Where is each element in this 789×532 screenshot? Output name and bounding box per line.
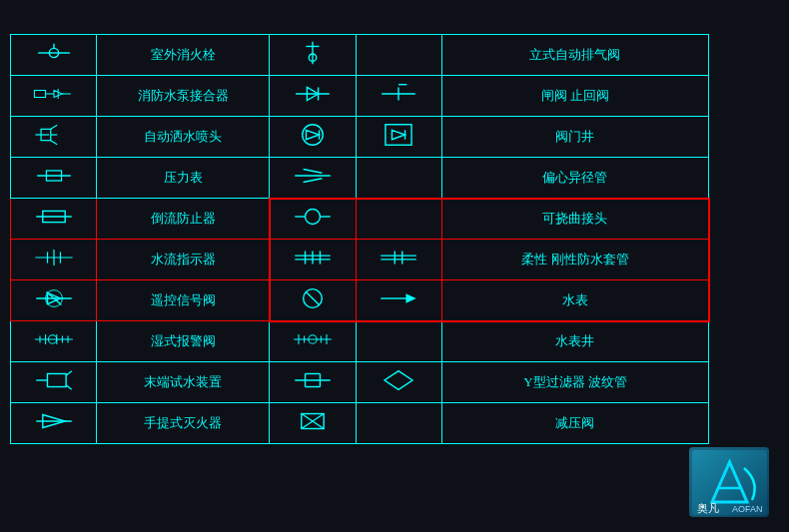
- symbol-col3: [356, 117, 441, 158]
- svg-point-37: [305, 210, 320, 225]
- symbol-col3: [356, 362, 441, 403]
- label-col2: 水表: [441, 280, 708, 321]
- symbol-col1: [11, 158, 97, 199]
- symbol-col2: [270, 240, 356, 280]
- table-row: 遥控信号阀水表: [11, 280, 709, 321]
- logo-area: 奥凡 AOFAN: [689, 447, 769, 517]
- symbol-icon: [363, 244, 435, 275]
- svg-marker-59: [406, 293, 416, 302]
- symbol-icon: [276, 80, 349, 112]
- symbol-col3: [356, 403, 441, 444]
- svg-line-19: [50, 125, 56, 129]
- table-row: 消防水泵接合器闸阀 止回阀: [11, 76, 709, 117]
- symbol-icon: [17, 284, 90, 316]
- table-row: 手提式灭火器减压阀: [11, 403, 709, 444]
- symbol-col3: [356, 321, 441, 362]
- content-area: 室外消火栓立式自动排气阀消防水泵接合器闸阀 止回阀自动洒水喷头阀门井压力表偏心异…: [10, 10, 769, 519]
- label-col2: 可挠曲接头: [441, 199, 708, 240]
- svg-line-57: [306, 291, 319, 304]
- symbol-col1: [11, 76, 97, 117]
- symbol-icon: [363, 80, 435, 112]
- title-section: [10, 10, 769, 28]
- label-col1: 湿式报警阀: [97, 321, 270, 362]
- symbol-col2: [270, 35, 356, 76]
- symbol-col1: [11, 403, 97, 444]
- symbol-icon: [276, 325, 349, 357]
- symbol-col2: [270, 199, 356, 240]
- symbol-col2: [270, 117, 356, 158]
- symbol-col3: [356, 35, 441, 76]
- symbol-col1: [11, 117, 97, 158]
- svg-rect-74: [47, 373, 66, 386]
- label-col2: 减压阀: [441, 403, 708, 444]
- symbol-col1: [11, 35, 97, 76]
- symbol-col3: [356, 158, 441, 199]
- symbol-col1: [11, 240, 97, 280]
- symbol-icon: [363, 366, 435, 398]
- table-row: 倒流防止器可挠曲接头: [11, 199, 709, 240]
- symbol-col3: [356, 280, 441, 321]
- table-row: 压力表偏心异径管: [11, 158, 709, 199]
- symbol-col2: [270, 403, 356, 444]
- symbol-icon: [17, 162, 90, 194]
- symbol-icon: [17, 203, 90, 235]
- symbol-col2: [270, 280, 356, 321]
- symbol-icon: [17, 80, 90, 112]
- label-col2: Y型过滤器 波纹管: [441, 362, 708, 403]
- symbol-col1: [11, 321, 97, 362]
- label-col1: 自动洒水喷头: [97, 117, 270, 158]
- table-row: 水流指示器柔性 刚性防水套管: [11, 240, 709, 280]
- label-col1: 手提式灭火器: [97, 403, 270, 444]
- svg-marker-26: [393, 130, 405, 139]
- symbol-col3: [356, 76, 441, 117]
- table-row: 湿式报警阀水表井: [11, 321, 709, 362]
- label-col2: 闸阀 止回阀: [441, 76, 708, 117]
- svg-marker-23: [306, 130, 319, 139]
- label-col1: 末端试水装置: [97, 362, 270, 403]
- symbol-icon: [17, 121, 90, 153]
- label-col2: 水表井: [441, 321, 708, 362]
- symbol-icon: [276, 39, 349, 71]
- label-col1: 压力表: [97, 158, 270, 199]
- label-col1: 遥控信号阀: [97, 280, 270, 321]
- symbol-icon: [276, 284, 349, 316]
- symbol-icon: [17, 39, 90, 71]
- symbol-col1: [11, 280, 97, 321]
- label-col2: 阀门井: [441, 117, 708, 158]
- label-col1: 水流指示器: [97, 240, 270, 280]
- table-wrapper: 室外消火栓立式自动排气阀消防水泵接合器闸阀 止回阀自动洒水喷头阀门井压力表偏心异…: [10, 34, 769, 444]
- symbol-col2: [270, 76, 356, 117]
- svg-line-21: [50, 141, 56, 145]
- table-row: 自动洒水喷头阀门井: [11, 117, 709, 158]
- symbol-col3: [356, 240, 441, 280]
- label-col1: 室外消火栓: [97, 35, 270, 76]
- svg-rect-6: [34, 91, 45, 98]
- symbol-icon: [363, 284, 435, 316]
- legend-table: 室外消火栓立式自动排气阀消防水泵接合器闸阀 止回阀自动洒水喷头阀门井压力表偏心异…: [10, 34, 709, 444]
- svg-line-31: [304, 169, 323, 173]
- table-row: 室外消火栓立式自动排气阀: [11, 35, 709, 76]
- svg-line-75: [66, 371, 72, 376]
- symbol-col2: [270, 321, 356, 362]
- main-container: 室外消火栓立式自动排气阀消防水泵接合器闸阀 止回阀自动洒水喷头阀门井压力表偏心异…: [0, 0, 789, 532]
- symbol-col1: [11, 199, 97, 240]
- symbol-icon: [17, 325, 90, 357]
- symbol-col2: [270, 362, 356, 403]
- label-col1: 倒流防止器: [97, 199, 270, 240]
- label-col2: 柔性 刚性防水套管: [441, 240, 708, 280]
- label-col2: 立式自动排气阀: [441, 35, 708, 76]
- logo-background: 奥凡 AOFAN: [689, 447, 769, 517]
- svg-line-76: [66, 385, 72, 390]
- svg-rect-25: [386, 125, 411, 146]
- symbol-icon: [276, 366, 349, 398]
- symbol-icon: [276, 407, 349, 439]
- symbol-icon: [17, 366, 90, 398]
- svg-marker-82: [385, 371, 412, 390]
- symbol-col2: [270, 158, 356, 199]
- symbol-icon: [363, 121, 435, 153]
- svg-line-32: [304, 179, 323, 183]
- symbol-col1: [11, 362, 97, 403]
- logo-svg: 奥凡 AOFAN: [692, 450, 767, 515]
- symbol-icon: [17, 407, 90, 439]
- symbol-icon: [276, 203, 349, 235]
